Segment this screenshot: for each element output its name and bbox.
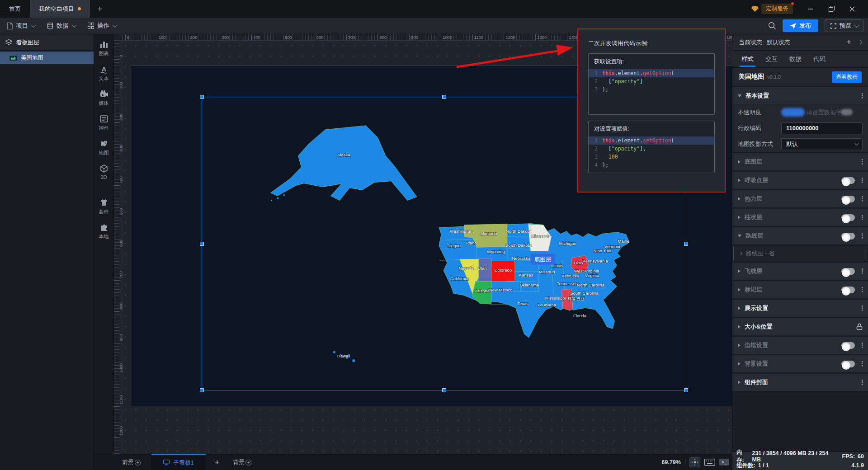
toolbox-item-map[interactable]: 地图 [94, 139, 113, 156]
ruler-tick [251, 34, 252, 40]
menu-operation[interactable]: 操作 [81, 18, 122, 34]
inspector-sections: 基本设置⋮不透明度请设置数据字段行政编码1100000000地图投影方式默认底图… [732, 87, 868, 391]
field-blurred-control[interactable]: 请设置数据字段 [781, 107, 863, 118]
subsection-路线层 - 省[interactable]: 路线层 - 省 [733, 246, 867, 261]
layer-item-usa-map[interactable]: 美国地图 [0, 52, 94, 64]
inspector-tab-代码[interactable]: 代码 [813, 51, 826, 67]
selection-handle[interactable] [684, 242, 688, 246]
zoom-level[interactable]: 69.79% [662, 459, 681, 465]
menu-project[interactable]: 项目 [0, 18, 41, 34]
section-column-layer[interactable]: 柱状层⋮ [732, 209, 868, 226]
close-button[interactable] [842, 0, 863, 18]
add-background-icon[interactable]: + [245, 460, 251, 465]
ruler-tick [114, 343, 120, 343]
toggle-off[interactable] [841, 196, 855, 202]
tab-project[interactable]: 我的空白项目 [30, 0, 90, 18]
state-row: 当前状态: 默认状态 + [732, 34, 868, 51]
selection-handle[interactable] [442, 95, 446, 99]
ruler-label: 500 [285, 35, 292, 40]
publish-button[interactable]: 发布 [783, 19, 818, 32]
selection-handle[interactable] [200, 388, 204, 392]
inspector-tab-数据[interactable]: 数据 [789, 51, 802, 67]
ruler-label: 900 [118, 334, 123, 341]
section-flyline-layer[interactable]: 飞线层⋮ [732, 263, 868, 280]
section-menu-icon[interactable]: ⋮ [859, 287, 863, 292]
tutorial-button[interactable]: 查看教程 [832, 71, 862, 83]
blurred-toggle [841, 109, 853, 115]
section-marker-layer[interactable]: 标记层⋮ [732, 281, 868, 298]
toggle-off[interactable] [841, 361, 855, 367]
board-tab-active[interactable]: 子看板1 [151, 454, 206, 470]
toggle-off[interactable] [841, 287, 855, 293]
section-menu-icon[interactable]: ⋮ [859, 380, 863, 385]
section-route-layer[interactable]: 路线层⋮ [732, 227, 868, 244]
inspector-tab-交互[interactable]: 交互 [765, 51, 778, 67]
inspector-tab-样式[interactable]: 样式 [741, 51, 754, 67]
code-example-popup: 二次开发调用代码示例: 获取设置项:1this.element.getOptio… [577, 28, 726, 193]
components-label: 组件数: [736, 462, 755, 470]
section-menu-icon[interactable]: ⋮ [859, 94, 863, 98]
ruler-label: 200 [118, 113, 123, 121]
toolbox-item-media[interactable]: 媒体 [94, 89, 113, 107]
section-menu-icon[interactable]: ⋮ [859, 362, 863, 366]
section-heat-layer[interactable]: 热力层⋮ [732, 190, 868, 207]
toggle-off[interactable] [841, 233, 855, 240]
section-menu-icon[interactable]: ⋮ [859, 197, 863, 201]
cube-icon [99, 164, 108, 173]
section-menu-icon[interactable]: ⋮ [859, 234, 863, 238]
search-icon[interactable] [768, 22, 776, 30]
preview-button[interactable]: 预览 [825, 19, 863, 32]
restore-button[interactable] [821, 0, 842, 18]
field-select[interactable]: 默认 [781, 138, 863, 150]
add-foreground-icon[interactable]: + [135, 460, 141, 465]
toggle-off[interactable] [841, 268, 855, 275]
toolbox-item-suite[interactable]: 套件 [94, 198, 113, 215]
memory-value: 231 / 3854 / 4096 MB 23 / 254 MB [752, 450, 836, 463]
section-menu-icon[interactable]: ⋮ [859, 178, 863, 183]
section-menu-icon[interactable]: ⋮ [859, 215, 863, 220]
section-basic[interactable]: 基本设置⋮ [732, 87, 868, 104]
section-component-cover[interactable]: 组件封面⋮ [732, 374, 868, 391]
toggle-off[interactable] [841, 342, 855, 349]
lock-icon[interactable] [856, 323, 863, 330]
triangle-right-icon [738, 325, 741, 329]
toggle-off[interactable] [841, 214, 855, 221]
selection-handle[interactable] [200, 95, 204, 99]
section-base-layer[interactable]: 底图层⋮ [732, 153, 868, 170]
selection-handle[interactable] [684, 388, 688, 392]
add-state-button[interactable]: + [846, 38, 851, 47]
section-menu-icon[interactable]: ⋮ [859, 160, 863, 164]
code-lines: 1this.element.setOption(2 ["opacity"],3 … [589, 136, 714, 173]
toolbox-item-text[interactable]: A文本 [94, 65, 113, 82]
vip-badge[interactable]: 定制服务 [751, 4, 793, 14]
selection-handle[interactable] [442, 388, 446, 392]
field-input[interactable]: 1100000000 [781, 122, 863, 134]
toolbox-item-local[interactable]: 本地 [94, 223, 113, 240]
toolbox-item-chart[interactable]: 图表 [94, 40, 113, 57]
section-border-settings[interactable]: 边框设置⋮ [732, 337, 868, 354]
toggle-off[interactable] [841, 177, 855, 184]
foreground-button[interactable]: 前景 + [118, 458, 145, 466]
chevron-right-icon[interactable] [858, 40, 863, 45]
toolbox-item-control[interactable]: 控件 [94, 114, 113, 132]
code-line: 3); [589, 85, 714, 94]
section-background-settings[interactable]: 背景设置⋮ [732, 355, 868, 372]
selection-handle[interactable] [200, 242, 204, 246]
section-breath-point-layer[interactable]: 呼吸点层⋮ [732, 172, 868, 189]
section-menu-icon[interactable]: ⋮ [859, 343, 863, 348]
shortcut-keyboard-button[interactable] [704, 459, 715, 466]
new-tab-button[interactable]: + [90, 0, 109, 18]
menu-data[interactable]: 数据 [41, 18, 81, 34]
section-menu-icon[interactable]: ⋮ [859, 306, 863, 310]
background-button[interactable]: 背景 + [228, 458, 256, 466]
toolbox-item-3d[interactable]: 3D [94, 164, 113, 180]
toolbox-item-label: 本地 [99, 233, 109, 240]
section-size-position[interactable]: 大小&位置 [732, 318, 868, 335]
section-menu-icon[interactable]: ⋮ [859, 269, 863, 273]
console-button[interactable]: >_ [719, 459, 729, 465]
tab-home[interactable]: 首页 [0, 0, 30, 18]
minimize-button[interactable] [800, 0, 821, 18]
section-display-settings[interactable]: 展示设置⋮ [732, 300, 868, 317]
fit-to-screen-button[interactable] [689, 457, 700, 467]
add-board-button[interactable]: + [206, 458, 228, 467]
